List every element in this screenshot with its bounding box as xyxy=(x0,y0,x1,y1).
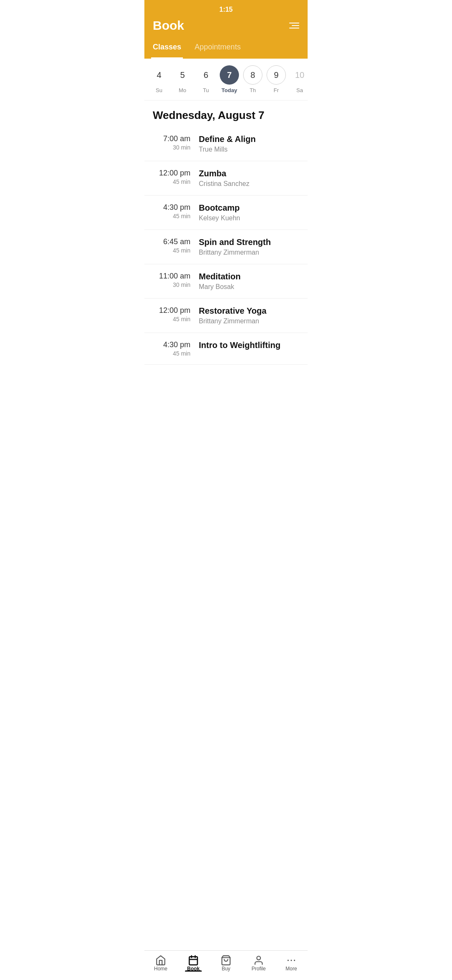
class-info-5: Restorative Yoga Brittany Zimmerman xyxy=(199,306,299,325)
class-time-2: 4:30 pm 45 min xyxy=(153,203,199,219)
filter-button[interactable] xyxy=(289,23,299,28)
class-duration-4: 30 min xyxy=(153,281,190,288)
day-label-th: Th xyxy=(249,87,256,93)
day-number-4: 4 xyxy=(149,65,169,85)
class-time-6: 4:30 pm 45 min xyxy=(153,340,199,357)
class-instructor-4: Mary Bosak xyxy=(199,283,299,291)
class-info-2: Bootcamp Kelsey Kuehn xyxy=(199,203,299,222)
class-instructor-2: Kelsey Kuehn xyxy=(199,214,299,222)
class-name-2: Bootcamp xyxy=(199,203,299,213)
class-time-0: 7:00 am 30 min xyxy=(153,134,199,151)
class-time-main-1: 12:00 pm xyxy=(153,169,190,178)
day-label-sa: Sa xyxy=(296,87,303,93)
day-label-tu: Tu xyxy=(203,87,209,93)
day-number-5: 5 xyxy=(173,65,192,85)
class-item-5[interactable]: 12:00 pm 45 min Restorative Yoga Brittan… xyxy=(144,299,308,333)
class-name-4: Meditation xyxy=(199,272,299,281)
class-instructor-1: Cristina Sanchez xyxy=(199,180,299,188)
day-selector: 4 Su 5 Mo 6 Tu 7 Today 8 Th 9 Fr 10 Sa xyxy=(144,59,308,101)
day-item-today[interactable]: 7 Today xyxy=(219,65,240,93)
tab-bar: Classes Appointments xyxy=(144,38,308,59)
class-time-3: 6:45 am 45 min xyxy=(153,237,199,254)
day-item-tu[interactable]: 6 Tu xyxy=(195,65,216,93)
class-time-main-3: 6:45 am xyxy=(153,237,190,246)
status-time: 1:15 xyxy=(219,6,233,13)
class-info-1: Zumba Cristina Sanchez xyxy=(199,169,299,188)
class-duration-1: 45 min xyxy=(153,178,190,185)
class-name-6: Intro to Weightlifting xyxy=(199,340,299,350)
status-bar: 1:15 xyxy=(144,0,308,15)
header: 1:15 Book Classes Appointments xyxy=(144,0,308,59)
class-item-1[interactable]: 12:00 pm 45 min Zumba Cristina Sanchez xyxy=(144,161,308,196)
class-info-3: Spin and Strength Brittany Zimmerman xyxy=(199,237,299,256)
class-item-3[interactable]: 6:45 am 45 min Spin and Strength Brittan… xyxy=(144,230,308,264)
day-item-sa[interactable]: 10 Sa xyxy=(289,65,308,93)
class-time-main-5: 12:00 pm xyxy=(153,306,190,315)
class-name-0: Define & Align xyxy=(199,134,299,144)
day-item-th[interactable]: 8 Th xyxy=(242,65,263,93)
page-title: Book xyxy=(153,18,184,33)
day-number-9: 9 xyxy=(267,65,286,85)
class-time-main-4: 11:00 am xyxy=(153,272,190,281)
class-list: 7:00 am 30 min Define & Align True Mills… xyxy=(144,127,308,407)
day-label-fr: Fr xyxy=(274,87,279,93)
class-instructor-5: Brittany Zimmerman xyxy=(199,317,299,325)
class-time-main-2: 4:30 pm xyxy=(153,203,190,212)
day-number-8: 8 xyxy=(243,65,262,85)
class-info-4: Meditation Mary Bosak xyxy=(199,272,299,291)
class-time-5: 12:00 pm 45 min xyxy=(153,306,199,322)
class-time-1: 12:00 pm 45 min xyxy=(153,169,199,185)
day-item-su[interactable]: 4 Su xyxy=(149,65,170,93)
day-item-fr[interactable]: 9 Fr xyxy=(266,65,287,93)
tab-classes[interactable]: Classes xyxy=(151,39,183,59)
class-item-0[interactable]: 7:00 am 30 min Define & Align True Mills xyxy=(144,127,308,161)
day-label-mo: Mo xyxy=(179,87,186,93)
header-row: Book xyxy=(144,15,308,38)
day-label-su: Su xyxy=(156,87,162,93)
class-info-0: Define & Align True Mills xyxy=(199,134,299,153)
day-number-10: 10 xyxy=(290,65,308,85)
day-number-7: 7 xyxy=(220,65,239,85)
class-item-2[interactable]: 4:30 pm 45 min Bootcamp Kelsey Kuehn xyxy=(144,196,308,230)
date-heading: Wednesday, August 7 xyxy=(144,101,308,127)
class-duration-5: 45 min xyxy=(153,316,190,322)
day-number-6: 6 xyxy=(196,65,216,85)
class-time-main-0: 7:00 am xyxy=(153,134,190,143)
class-item-4[interactable]: 11:00 am 30 min Meditation Mary Bosak xyxy=(144,264,308,299)
class-duration-2: 45 min xyxy=(153,213,190,219)
day-label-today: Today xyxy=(221,87,237,93)
class-instructor-3: Brittany Zimmerman xyxy=(199,249,299,256)
class-duration-3: 45 min xyxy=(153,247,190,254)
class-time-4: 11:00 am 30 min xyxy=(153,272,199,288)
class-time-main-6: 4:30 pm xyxy=(153,340,190,349)
class-name-1: Zumba xyxy=(199,169,299,178)
class-item-6[interactable]: 4:30 pm 45 min Intro to Weightlifting xyxy=(144,333,308,365)
class-instructor-0: True Mills xyxy=(199,146,299,153)
class-name-3: Spin and Strength xyxy=(199,237,299,247)
class-name-5: Restorative Yoga xyxy=(199,306,299,316)
day-item-mo[interactable]: 5 Mo xyxy=(172,65,193,93)
class-info-6: Intro to Weightlifting xyxy=(199,340,299,352)
tab-appointments[interactable]: Appointments xyxy=(193,39,242,59)
class-duration-0: 30 min xyxy=(153,144,190,151)
class-duration-6: 45 min xyxy=(153,350,190,357)
